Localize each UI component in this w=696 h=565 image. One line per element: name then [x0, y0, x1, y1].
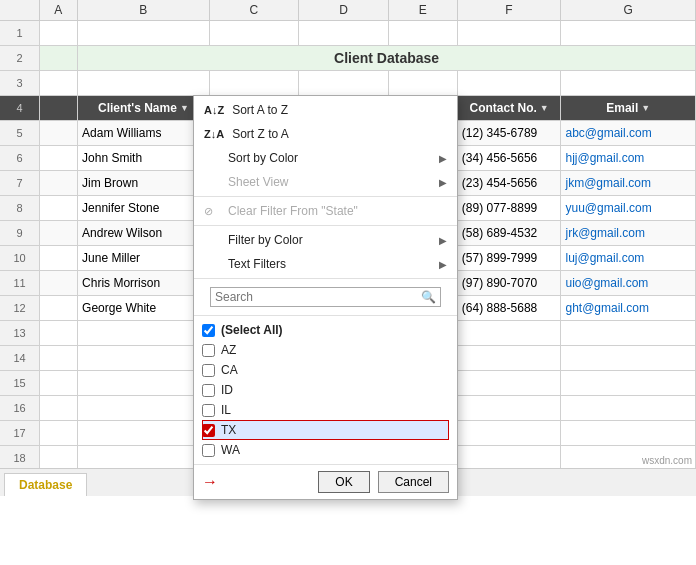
- checkbox-ca: CA: [202, 360, 449, 380]
- cell-5g: abc@gmail.com: [561, 121, 696, 145]
- search-icon: 🔍: [421, 290, 436, 304]
- search-box: 🔍: [210, 287, 441, 307]
- checkbox-wa: WA: [202, 440, 449, 460]
- sort-section: A↓Z Sort A to Z Z↓A Sort Z to A Sort by …: [194, 96, 457, 197]
- row-num-8: 8: [0, 196, 40, 220]
- cell-6b: John Smith: [78, 146, 210, 170]
- text-filters[interactable]: Text Filters ▶: [194, 252, 457, 276]
- cell-10b: June Miller: [78, 246, 210, 270]
- cell-11b: Chris Morrison: [78, 271, 210, 295]
- cell-3f: [458, 71, 562, 95]
- cell-9b: Andrew Wilson: [78, 221, 210, 245]
- cell-6g: hjj@gmail.com: [561, 146, 696, 170]
- cell-12g: ght@gmail.com: [561, 296, 696, 320]
- row-num-11: 11: [0, 271, 40, 295]
- cell-7b: Jim Brown: [78, 171, 210, 195]
- cell-10f: (57) 899-7999: [458, 246, 562, 270]
- cell-6a: [40, 146, 78, 170]
- ok-button[interactable]: OK: [318, 471, 369, 493]
- cell-7g: jkm@gmail.com: [561, 171, 696, 195]
- search-section: 🔍: [194, 279, 457, 316]
- cell-4f-contact: Contact No. ▼: [458, 96, 562, 120]
- checkbox-ca-label: CA: [221, 363, 238, 377]
- cell-5a: [40, 121, 78, 145]
- search-input[interactable]: [215, 290, 421, 304]
- col-header-a: A: [40, 0, 78, 20]
- cell-9f: (58) 689-4532: [458, 221, 562, 245]
- filter-by-color-label: Filter by Color: [228, 233, 303, 247]
- row-num-7: 7: [0, 171, 40, 195]
- cell-10a: [40, 246, 78, 270]
- checkbox-az-input[interactable]: [202, 344, 215, 357]
- filter-section: Filter by Color ▶ Text Filters ▶: [194, 226, 457, 279]
- checkbox-select-all: (Select All): [202, 320, 449, 340]
- sort-z-to-a[interactable]: Z↓A Sort Z to A: [194, 122, 457, 146]
- row-num-9: 9: [0, 221, 40, 245]
- cell-8f: (89) 077-8899: [458, 196, 562, 220]
- col-header-c: C: [210, 0, 300, 20]
- checkbox-il-label: IL: [221, 403, 231, 417]
- filter-by-color[interactable]: Filter by Color ▶: [194, 228, 457, 252]
- chevron-right-icon: ▶: [439, 153, 447, 164]
- chevron-right-icon-4: ▶: [439, 259, 447, 270]
- sheet-tab-database[interactable]: Database: [4, 473, 87, 496]
- cell-2a: [40, 46, 78, 70]
- cell-3c: [210, 71, 300, 95]
- cell-12f: (64) 888-5688: [458, 296, 562, 320]
- filter-icon-contact[interactable]: ▼: [540, 103, 549, 113]
- chevron-right-icon-2: ▶: [439, 177, 447, 188]
- cell-12a: [40, 296, 78, 320]
- row-2-title: 2 Client Database: [0, 46, 696, 71]
- sheet-view[interactable]: Sheet View ▶: [194, 170, 457, 194]
- sort-by-color[interactable]: Sort by Color ▶: [194, 146, 457, 170]
- spreadsheet: A B C D E F G 1 2 Client Database 3 4: [0, 0, 696, 496]
- row-num-6: 6: [0, 146, 40, 170]
- checkbox-tx: TX: [202, 420, 449, 440]
- row-num-10: 10: [0, 246, 40, 270]
- checkbox-wa-input[interactable]: [202, 444, 215, 457]
- col-header-d: D: [299, 0, 389, 20]
- checkbox-tx-label: TX: [221, 423, 236, 437]
- checkbox-az-label: AZ: [221, 343, 236, 357]
- cell-11f: (97) 890-7070: [458, 271, 562, 295]
- cell-3e: [389, 71, 458, 95]
- filter-icon-email[interactable]: ▼: [641, 103, 650, 113]
- row-num-16: 16: [0, 396, 40, 420]
- checkbox-id: ID: [202, 380, 449, 400]
- sort-a-to-z[interactable]: A↓Z Sort A to Z: [194, 98, 457, 122]
- row-num-5: 5: [0, 121, 40, 145]
- checkbox-ca-input[interactable]: [202, 364, 215, 377]
- cell-3b: [78, 71, 210, 95]
- filter-dropdown: A↓Z Sort A to Z Z↓A Sort Z to A Sort by …: [193, 95, 458, 500]
- column-headers: A B C D E F G: [0, 0, 696, 21]
- filter-icon-name[interactable]: ▼: [180, 103, 189, 113]
- row-num-2: 2: [0, 46, 40, 70]
- cell-1c: [210, 21, 300, 45]
- row-num-13: 13: [0, 321, 40, 345]
- cell-5b: Adam Williams: [78, 121, 210, 145]
- btn-row: → OK Cancel: [194, 464, 457, 499]
- checkbox-list: (Select All) AZ CA ID IL TX: [194, 316, 457, 464]
- checkbox-tx-input[interactable]: [202, 424, 215, 437]
- checkbox-wa-label: WA: [221, 443, 240, 457]
- cell-9a: [40, 221, 78, 245]
- title-cell: Client Database: [78, 46, 696, 70]
- sheet-view-label: Sheet View: [228, 175, 289, 189]
- az-asc-icon: A↓Z: [204, 104, 224, 116]
- cell-3a: [40, 71, 78, 95]
- cell-4g-email: Email ▼: [561, 96, 696, 120]
- clear-filter[interactable]: ⊘ Clear Filter From "State": [194, 199, 457, 223]
- checkbox-select-all-input[interactable]: [202, 324, 215, 337]
- col-header-f: F: [458, 0, 562, 20]
- cell-8g: yuu@gmail.com: [561, 196, 696, 220]
- checkbox-id-input[interactable]: [202, 384, 215, 397]
- corner-cell: [0, 0, 40, 20]
- cell-8b: Jennifer Stone: [78, 196, 210, 220]
- cell-10g: luj@gmail.com: [561, 246, 696, 270]
- checkbox-il: IL: [202, 400, 449, 420]
- cancel-button[interactable]: Cancel: [378, 471, 449, 493]
- checkbox-il-input[interactable]: [202, 404, 215, 417]
- row-3: 3: [0, 71, 696, 96]
- cell-11a: [40, 271, 78, 295]
- cell-3d: [299, 71, 389, 95]
